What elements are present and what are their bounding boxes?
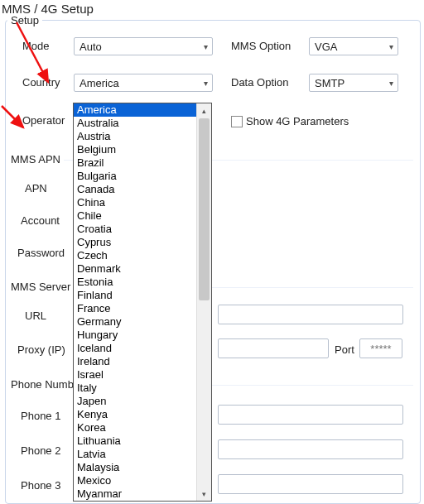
section-mms-apn: MMS APN <box>7 153 64 166</box>
country-option[interactable]: Kenya <box>74 408 211 421</box>
country-value: America <box>75 77 199 89</box>
port-input[interactable]: ***** <box>359 338 402 358</box>
label-apn: APN <box>25 182 47 194</box>
mode-combo[interactable]: Auto ▾ <box>74 37 213 55</box>
chevron-down-icon: ▾ <box>384 42 398 51</box>
country-option[interactable]: Finland <box>74 289 211 302</box>
label-mode: Mode <box>22 40 50 52</box>
country-option[interactable]: Australia <box>74 117 211 130</box>
data-option-value: SMTP <box>310 77 384 89</box>
country-option[interactable]: Myanmar <box>74 487 211 501</box>
country-option[interactable]: Hungary <box>74 329 211 342</box>
show-4g-checkbox[interactable]: Show 4G Parameters <box>231 115 349 127</box>
country-option[interactable]: Iceland <box>74 342 211 355</box>
scroll-down-button[interactable]: ▾ <box>197 487 211 501</box>
label-proxy: Proxy (IP) <box>17 343 65 356</box>
label-phone1: Phone 1 <box>21 410 60 422</box>
country-option[interactable]: Chile <box>74 209 211 223</box>
country-option[interactable]: Canada <box>74 183 211 196</box>
show-4g-label: Show 4G Parameters <box>246 115 349 127</box>
country-dropdown-list[interactable]: AmericaAustraliaAustriaBelgiumBrazilBulg… <box>73 103 212 502</box>
checkbox-box <box>231 116 243 127</box>
label-mms-option: MMS Option <box>231 40 291 52</box>
country-option[interactable]: Estonia <box>74 276 211 289</box>
scroll-up-button[interactable]: ▴ <box>197 103 211 118</box>
dropdown-items: AmericaAustraliaAustriaBelgiumBrazilBulg… <box>74 103 211 501</box>
country-option[interactable]: Malaysia <box>74 461 211 474</box>
chevron-down-icon: ▾ <box>199 79 212 88</box>
label-password: Password <box>17 247 65 259</box>
country-option[interactable]: Denmark <box>74 262 211 276</box>
country-option[interactable]: Japen <box>74 395 211 408</box>
country-option[interactable]: Brazil <box>74 156 211 170</box>
mms-option-combo[interactable]: VGA ▾ <box>309 37 398 55</box>
section-mms-server: MMS Server <box>7 281 74 293</box>
mode-value: Auto <box>75 41 199 53</box>
scroll-thumb[interactable] <box>199 118 210 300</box>
section-setup: Setup <box>7 14 42 26</box>
country-option[interactable]: America <box>74 103 211 117</box>
label-account: Account <box>21 214 60 227</box>
scrollbar[interactable]: ▴ ▾ <box>196 103 211 501</box>
country-option[interactable]: Bulgaria <box>74 170 211 183</box>
label-phone3: Phone 3 <box>21 479 60 492</box>
mms-option-value: VGA <box>310 41 384 53</box>
label-port: Port <box>335 343 354 356</box>
country-option[interactable]: China <box>74 196 211 209</box>
phone1-input[interactable] <box>218 405 403 425</box>
country-option[interactable]: Lithuania <box>74 434 211 448</box>
country-option[interactable]: Croatia <box>74 223 211 236</box>
country-option[interactable]: France <box>74 302 211 315</box>
phone3-input[interactable] <box>218 474 403 494</box>
country-option[interactable]: Czech <box>74 249 211 262</box>
label-phone2: Phone 2 <box>21 444 60 457</box>
data-option-combo[interactable]: SMTP ▾ <box>309 74 398 92</box>
country-option[interactable]: Ireland <box>74 355 211 368</box>
label-data-option: Data Option <box>231 76 288 89</box>
country-option[interactable]: Latvia <box>74 448 211 461</box>
country-option[interactable]: Austria <box>74 130 211 143</box>
chevron-down-icon: ▾ <box>199 42 212 51</box>
chevron-down-icon: ▾ <box>384 79 398 88</box>
country-option[interactable]: Germany <box>74 315 211 329</box>
label-url: URL <box>25 310 46 322</box>
country-option[interactable]: Belgium <box>74 143 211 156</box>
label-country: Country <box>22 76 60 89</box>
country-option[interactable]: Israel <box>74 368 211 382</box>
label-operator: Operator <box>22 114 65 127</box>
main-panel: Setup Mode Auto ▾ MMS Option VGA ▾ Count… <box>5 20 421 504</box>
country-option[interactable]: Korea <box>74 421 211 434</box>
country-option[interactable]: Cyprus <box>74 236 211 249</box>
country-option[interactable]: Italy <box>74 382 211 395</box>
country-combo[interactable]: America ▾ <box>74 74 213 92</box>
phone2-input[interactable] <box>218 439 403 459</box>
country-option[interactable]: Mexico <box>74 474 211 487</box>
proxy-input[interactable] <box>218 338 329 358</box>
url-input[interactable] <box>218 305 403 324</box>
